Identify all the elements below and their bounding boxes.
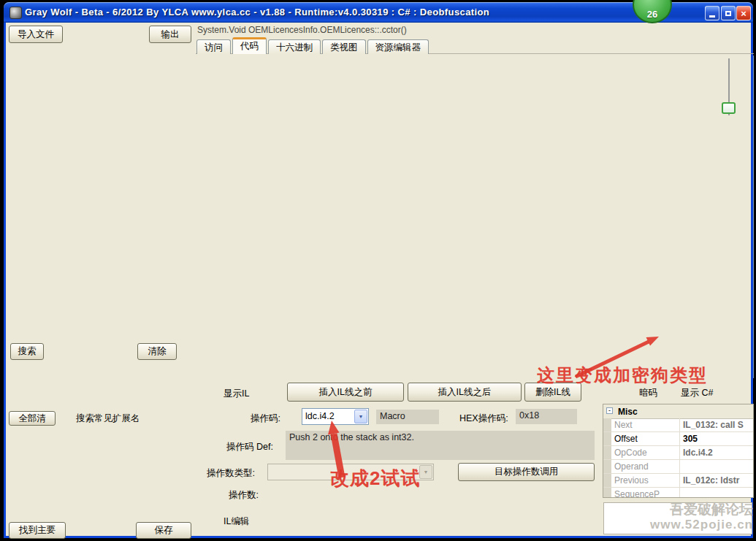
app-icon: [9, 7, 22, 19]
clear-button[interactable]: 清除: [137, 343, 177, 360]
restore-icon: [725, 11, 731, 16]
misc-row-value: ldc.i4.2: [680, 446, 753, 459]
misc-row-operand[interactable]: Operand: [603, 460, 753, 474]
opcode-def-label: 操作码 Def:: [226, 441, 273, 453]
breadcrumb: System.Void OEMLicencesInfo.OEMLicences:…: [197, 25, 741, 37]
notes-box[interactable]: [603, 502, 752, 534]
misc-row-indent: [603, 488, 611, 497]
misc-row-indent: [603, 474, 611, 487]
misc-row-label: SequenceP: [611, 488, 680, 497]
misc-row-indent: [603, 460, 611, 473]
close-button[interactable]: ×: [736, 6, 751, 20]
collapse-icon[interactable]: -: [606, 407, 613, 414]
misc-row-offset[interactable]: Offset305: [603, 432, 753, 446]
screen: { "window": { "title": "Gray Wolf - Beta…: [0, 0, 756, 541]
opcode-label: 操作码:: [251, 413, 280, 425]
tab-十六进制[interactable]: 十六进制: [268, 39, 321, 54]
misc-row-label: Offset: [611, 432, 680, 445]
search-ext-label: 搜索常见扩展名: [76, 413, 140, 425]
il-edit-label: IL编辑: [224, 515, 249, 528]
misc-row-label: Operand: [611, 460, 680, 473]
misc-row-value: IL_012c: ldstr: [680, 474, 753, 487]
annotation-change-note: 改成2试试: [330, 466, 420, 491]
zoom-slider[interactable]: [722, 102, 736, 114]
tab-资源编辑器[interactable]: 资源编辑器: [367, 39, 429, 54]
tab-代码[interactable]: 代码: [232, 37, 267, 54]
opcode-kind-box: Macro: [376, 410, 439, 424]
misc-row-value: [680, 488, 753, 497]
target-operand-button[interactable]: 目标操作数调用: [458, 463, 595, 481]
find-main-button[interactable]: 找到主要: [9, 522, 66, 539]
annotation-dongle-note: 这里变成加密狗类型: [537, 364, 708, 387]
output-button[interactable]: 输出: [149, 26, 191, 43]
dark-code-label: 暗码: [639, 387, 657, 399]
misc-row-opcode[interactable]: OpCodeldc.i4.2: [603, 446, 753, 460]
insert-before-button[interactable]: 插入IL线之前: [287, 383, 404, 402]
misc-row-label: Previous: [611, 474, 680, 487]
misc-row-indent: [603, 418, 611, 431]
opcode-combobox[interactable]: ldc.i4.2 ▼: [302, 408, 369, 425]
minimize-icon: [709, 15, 715, 18]
misc-row-indent: [603, 446, 611, 459]
chevron-down-icon[interactable]: ▼: [354, 410, 367, 423]
misc-property-grid: - Misc NextIL_0132: call SOffset305OpCod…: [603, 404, 754, 498]
insert-after-button[interactable]: 插入IL线之后: [408, 383, 522, 402]
show-il-label: 显示IL: [224, 388, 249, 400]
misc-row-label: OpCode: [611, 446, 680, 459]
hex-opcode-value: 0x18: [516, 409, 577, 424]
hex-opcode-label: HEX操作码:: [459, 413, 508, 425]
misc-grid-header: - Misc: [603, 404, 753, 419]
search-button[interactable]: 搜索: [10, 343, 44, 360]
misc-row-sequencep[interactable]: SequenceP: [603, 488, 753, 497]
chevron-down-icon: ▼: [419, 465, 432, 479]
misc-row-value: [680, 460, 753, 473]
tab-类视图[interactable]: 类视图: [322, 39, 366, 54]
misc-grid-rows: NextIL_0132: call SOffset305OpCodeldc.i4…: [603, 418, 753, 497]
operand-label: 操作数:: [229, 489, 259, 502]
import-file-button[interactable]: 导入文件: [9, 26, 63, 43]
misc-row-indent: [603, 432, 611, 445]
misc-row-previous[interactable]: PreviousIL_012c: ldstr: [603, 474, 753, 488]
tab-访问[interactable]: 访问: [196, 39, 231, 54]
close-icon: ×: [741, 8, 747, 19]
window-title: Gray Wolf - Beta - 6/2012 By YLCA www.yl…: [25, 7, 489, 18]
restore-button[interactable]: [721, 6, 736, 20]
clear-all-button[interactable]: 全部清: [9, 411, 56, 426]
misc-row-value: IL_0132: call S: [680, 418, 753, 431]
save-button[interactable]: 保存: [136, 522, 191, 539]
operand-type-label: 操作数类型:: [207, 467, 255, 480]
misc-row-label: Next: [611, 418, 680, 431]
misc-row-next[interactable]: NextIL_0132: call S: [603, 418, 753, 432]
opcode-combobox-value: ldc.i4.2: [305, 411, 335, 421]
tab-bar: 访问代码十六进制类视图资源编辑器: [196, 37, 430, 54]
minimize-button[interactable]: [705, 6, 719, 20]
opcode-def-box: Push 2 onto the stack as int32.: [286, 431, 595, 460]
misc-grid-title: Misc: [618, 407, 638, 417]
show-csharp-label: 显示 C#: [681, 387, 713, 399]
misc-row-value: 305: [680, 432, 753, 445]
